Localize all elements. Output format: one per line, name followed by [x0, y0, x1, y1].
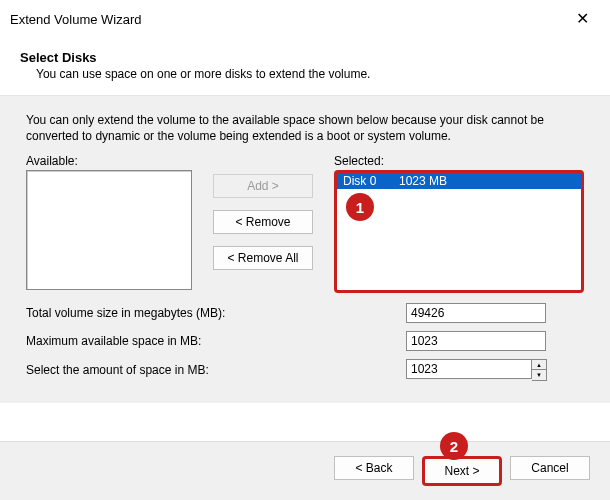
remove-all-button[interactable]: < Remove All: [213, 246, 313, 270]
disk-size: 1023 MB: [399, 174, 447, 188]
spinner-up-button[interactable]: ▲: [532, 360, 546, 370]
wizard-footer: < Back Next > Cancel: [0, 441, 610, 500]
selected-label: Selected:: [334, 154, 584, 168]
annotation-callout-1: 1: [346, 193, 374, 221]
selected-column: Selected: Disk 0 1023 MB: [334, 154, 584, 293]
selected-listbox[interactable]: Disk 0 1023 MB: [334, 170, 584, 293]
page-subtitle: You can use space on one or more disks t…: [20, 67, 590, 81]
available-listbox[interactable]: [26, 170, 192, 290]
disk-name: Disk 0: [343, 174, 399, 188]
remove-button[interactable]: < Remove: [213, 210, 313, 234]
total-size-input: [406, 303, 546, 323]
amount-label: Select the amount of space in MB:: [26, 363, 406, 377]
max-space-row: Maximum available space in MB:: [26, 331, 584, 351]
amount-row: Select the amount of space in MB: ▲ ▼: [26, 359, 584, 381]
back-button[interactable]: < Back: [334, 456, 414, 480]
amount-spinner: ▲ ▼: [406, 359, 547, 381]
total-size-label: Total volume size in megabytes (MB):: [26, 306, 406, 320]
max-space-input: [406, 331, 546, 351]
page-title: Select Disks: [20, 50, 590, 65]
wizard-header: Select Disks You can use space on one or…: [0, 38, 610, 95]
amount-input[interactable]: [406, 359, 532, 379]
cancel-button[interactable]: Cancel: [510, 456, 590, 480]
add-button: Add >: [213, 174, 313, 198]
titlebar: Extend Volume Wizard ✕: [0, 0, 610, 38]
content-area: You can only extend the volume to the av…: [0, 95, 610, 403]
annotation-callout-2: 2: [440, 432, 468, 460]
window-title: Extend Volume Wizard: [10, 12, 142, 27]
list-item[interactable]: Disk 0 1023 MB: [337, 173, 581, 189]
next-button[interactable]: Next >: [422, 456, 502, 486]
spinner-buttons: ▲ ▼: [532, 359, 547, 381]
max-space-label: Maximum available space in MB:: [26, 334, 406, 348]
disk-columns: Available: Add > < Remove < Remove All S…: [26, 154, 584, 293]
available-label: Available:: [26, 154, 192, 168]
total-size-row: Total volume size in megabytes (MB):: [26, 303, 584, 323]
available-column: Available:: [26, 154, 192, 293]
explanation-text: You can only extend the volume to the av…: [26, 112, 584, 144]
transfer-buttons: Add > < Remove < Remove All: [208, 154, 318, 293]
close-button[interactable]: ✕: [564, 6, 600, 32]
size-fields: Total volume size in megabytes (MB): Max…: [26, 303, 584, 381]
spinner-down-button[interactable]: ▼: [532, 370, 546, 380]
